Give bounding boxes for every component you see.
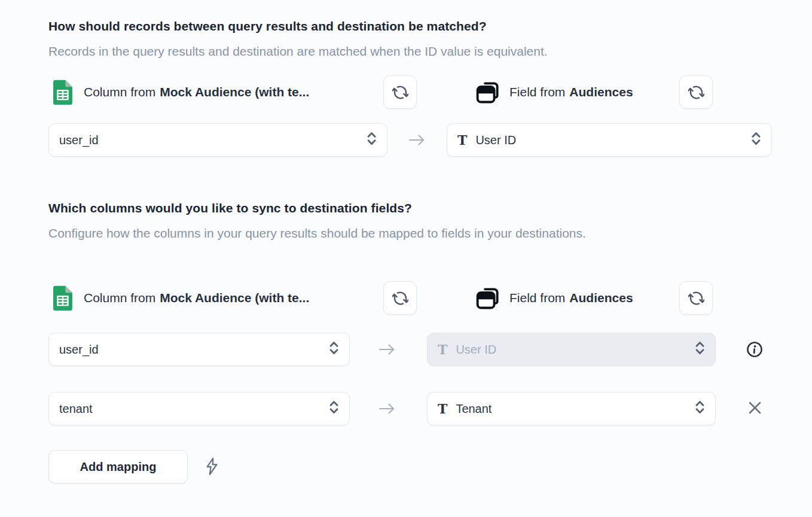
mapping-row-source-select[interactable]: user_id [48,333,350,366]
chevron-up-down-icon [328,399,340,418]
refresh-destination-fields-button[interactable] [679,75,713,109]
refresh-source-columns-button[interactable] [383,281,417,315]
right-arrow-icon [407,132,426,150]
source-header-prefix: Column from [84,291,155,305]
swap-arrows-icon [688,84,704,101]
dest-header-name: Audiences [569,85,633,99]
mapping-row-source-select[interactable]: tenant [48,392,350,425]
mapping-row-destination-select[interactable]: T Tenant [427,392,716,425]
match-section-title: How should records between query results… [48,19,487,34]
source-header-name: Mock Audience (with te... [160,85,309,99]
mapping-section-subtitle: Configure how the columns in your query … [48,221,622,245]
mapping-source-value: user_id [59,343,99,357]
close-x-icon [747,400,763,418]
chevron-up-down-icon [694,399,706,418]
text-type-icon: T [438,343,447,356]
windows-stack-icon [475,79,502,105]
right-arrow-icon [377,401,396,419]
match-destination-field-select[interactable]: T User ID [447,123,772,157]
refresh-destination-fields-button[interactable] [679,281,713,315]
text-type-icon: T [457,133,467,147]
google-sheets-icon [53,80,73,105]
mapping-source-value: tenant [59,402,93,416]
mapping-row-destination-select-disabled: T User ID [427,333,716,366]
remove-mapping-button[interactable] [747,400,763,418]
destination-field-header: Field from Audiences [475,281,633,315]
match-destination-field-value: User ID [475,133,516,147]
windows-stack-icon [475,285,502,311]
mapping-destination-value: User ID [456,343,496,357]
chevron-up-down-icon [750,130,762,150]
swap-arrows-icon [392,84,408,101]
info-circle-icon[interactable] [746,340,764,361]
match-section-subtitle: Records in the query results and destina… [48,39,548,63]
chevron-up-down-icon [328,340,340,359]
lightning-bolt-icon [205,457,219,478]
dest-header-prefix: Field from [509,85,565,99]
refresh-source-columns-button[interactable] [383,75,417,109]
add-mapping-button[interactable]: Add mapping [48,450,188,483]
right-arrow-icon [377,342,396,360]
swap-arrows-icon [688,290,704,306]
suggest-mappings-button[interactable] [205,457,219,478]
sync-mapping-panel: How should records between query results… [0,0,812,517]
mapping-section-title: Which columns would you like to sync to … [48,201,412,215]
match-source-column-select[interactable]: user_id [48,123,387,157]
chevron-up-down-icon [694,340,706,359]
chevron-up-down-icon [365,130,378,150]
source-header-name: Mock Audience (with te... [160,291,309,305]
mapping-destination-value: Tenant [456,402,492,416]
source-header-prefix: Column from [84,85,155,99]
dest-header-prefix: Field from [509,291,565,305]
text-type-icon: T [438,402,447,415]
source-column-header: Column from Mock Audience (with te... [53,281,309,315]
destination-field-header: Field from Audiences [475,75,633,109]
dest-header-name: Audiences [569,291,633,305]
source-column-header: Column from Mock Audience (with te... [53,75,309,109]
swap-arrows-icon [392,290,408,306]
google-sheets-icon [53,285,73,311]
match-source-column-value: user_id [59,133,99,147]
